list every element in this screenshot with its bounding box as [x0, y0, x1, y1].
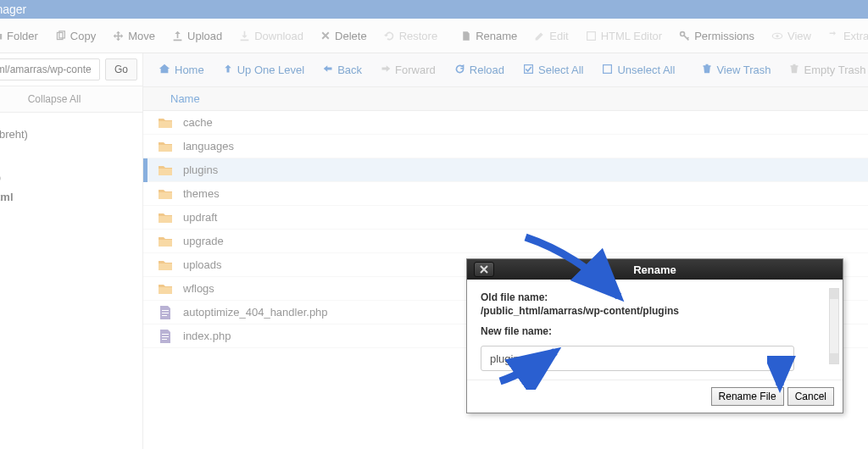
extract-button[interactable]: Extra — [820, 19, 868, 53]
folder-icon — [158, 212, 173, 224]
php-file-icon — [158, 306, 173, 319]
pencil-icon — [534, 30, 545, 42]
move-button[interactable]: Move — [104, 19, 164, 53]
cancel-button[interactable]: Cancel — [787, 387, 834, 406]
old-filename-label: Old file name: — [481, 291, 824, 303]
home-button[interactable]: Home — [150, 58, 213, 83]
delete-icon — [320, 30, 331, 41]
restore-button[interactable]: Restore — [376, 19, 447, 53]
extract-icon — [828, 30, 839, 42]
file-row-folder[interactable]: cache — [143, 111, 868, 135]
html-editor-icon — [586, 30, 597, 42]
app-title: Manager — [0, 3, 26, 16]
up-arrow-icon — [223, 63, 233, 77]
folder-icon — [158, 164, 173, 176]
forward-button[interactable]: Forward — [372, 58, 444, 83]
svg-point-5 — [776, 34, 778, 36]
left-pane: Go Collapse All me/abreht) ic_ftp ic_htm… — [0, 53, 143, 449]
home-icon — [159, 63, 170, 77]
svg-rect-10 — [162, 315, 167, 316]
dialog-body: Old file name: /public_html/amarras/wp-c… — [467, 280, 843, 380]
folder-icon — [158, 283, 173, 295]
php-file-icon — [158, 330, 173, 343]
svg-rect-12 — [162, 336, 169, 337]
up-one-level-button[interactable]: Up One Level — [214, 58, 314, 83]
move-icon — [113, 30, 124, 42]
folder-plus-icon — [0, 30, 3, 42]
download-icon — [239, 30, 250, 42]
collapse-all-button[interactable]: Collapse All — [0, 86, 142, 113]
eye-icon — [771, 30, 783, 42]
reload-button[interactable]: Reload — [446, 58, 513, 83]
main-toolbar: Folder Copy Move Upload Download Delete … — [0, 19, 868, 53]
download-button[interactable]: Download — [231, 19, 312, 53]
folder-icon — [158, 188, 173, 200]
empty-square-icon — [602, 64, 613, 77]
html-editor-button[interactable]: HTML Editor — [577, 19, 670, 53]
svg-rect-9 — [162, 313, 169, 313]
back-button[interactable]: Back — [314, 58, 370, 83]
file-icon — [461, 30, 471, 42]
file-row-folder[interactable]: upgrade — [143, 230, 868, 253]
app-titlebar: Manager — [0, 0, 868, 19]
svg-rect-6 — [525, 64, 533, 73]
rename-dialog: Rename Old file name: /public_html/amarr… — [466, 258, 843, 413]
close-icon — [480, 265, 488, 274]
svg-rect-11 — [162, 334, 169, 335]
column-name: Name — [170, 92, 200, 105]
key-icon — [679, 30, 690, 42]
upload-button[interactable]: Upload — [164, 19, 231, 53]
restore-icon — [384, 30, 395, 42]
copy-button[interactable]: Copy — [47, 19, 104, 53]
dialog-title: Rename — [467, 263, 843, 276]
forward-arrow-icon — [381, 64, 391, 76]
svg-rect-8 — [162, 310, 169, 311]
svg-rect-13 — [162, 339, 167, 340]
view-trash-button[interactable]: View Trash — [693, 58, 779, 83]
folder-icon — [158, 236, 173, 247]
path-input[interactable] — [0, 58, 100, 80]
select-all-button[interactable]: Select All — [515, 58, 592, 83]
check-square-icon — [523, 64, 534, 77]
unselect-all-button[interactable]: Unselect All — [593, 58, 683, 83]
path-row: Go — [0, 53, 142, 86]
rename-button[interactable]: Rename — [453, 19, 526, 53]
delete-button[interactable]: Delete — [312, 19, 376, 53]
copy-icon — [55, 30, 66, 42]
dialog-scrollbar[interactable] — [829, 288, 839, 364]
list-header[interactable]: Name — [143, 87, 868, 111]
tree-item-selected[interactable]: ic_html — [0, 187, 136, 207]
file-row-folder[interactable]: updraft — [143, 206, 868, 230]
dialog-footer: Rename File Cancel — [467, 380, 843, 413]
reload-icon — [454, 64, 465, 77]
view-button[interactable]: View — [763, 19, 820, 53]
edit-button[interactable]: Edit — [526, 19, 576, 53]
folder-icon — [158, 141, 173, 152]
old-filename-value: /public_html/amarras/wp-content/plugins — [481, 305, 824, 317]
trash-icon — [702, 63, 712, 77]
tree-item[interactable]: ic_ftp — [0, 168, 136, 187]
svg-rect-2 — [587, 31, 595, 40]
tree-item[interactable]: me/abreht) — [0, 125, 136, 144]
rename-file-button[interactable]: Rename File — [711, 387, 784, 406]
trash-icon — [789, 63, 799, 77]
new-filename-input[interactable] — [481, 346, 794, 371]
folder-icon — [158, 117, 173, 129]
dialog-close-button[interactable] — [474, 262, 494, 277]
back-arrow-icon — [323, 64, 333, 76]
new-filename-label: New file name: — [481, 325, 824, 337]
folder-tree: me/abreht) ic_ftp ic_html — [0, 113, 142, 213]
sub-toolbar: Home Up One Level Back Forward Reload Se… — [143, 53, 868, 87]
upload-icon — [172, 30, 183, 42]
svg-rect-7 — [604, 64, 612, 73]
file-row-folder-selected[interactable]: plugins — [143, 158, 868, 182]
dialog-titlebar[interactable]: Rename — [467, 259, 843, 280]
folder-icon — [158, 259, 173, 271]
file-row-folder[interactable]: themes — [143, 182, 868, 206]
file-row-folder[interactable]: languages — [143, 135, 868, 158]
empty-trash-button[interactable]: Empty Trash — [781, 58, 868, 83]
permissions-button[interactable]: Permissions — [670, 19, 763, 53]
selection-indicator — [143, 158, 147, 182]
new-folder-button[interactable]: Folder — [0, 19, 47, 53]
go-button[interactable]: Go — [105, 58, 137, 80]
